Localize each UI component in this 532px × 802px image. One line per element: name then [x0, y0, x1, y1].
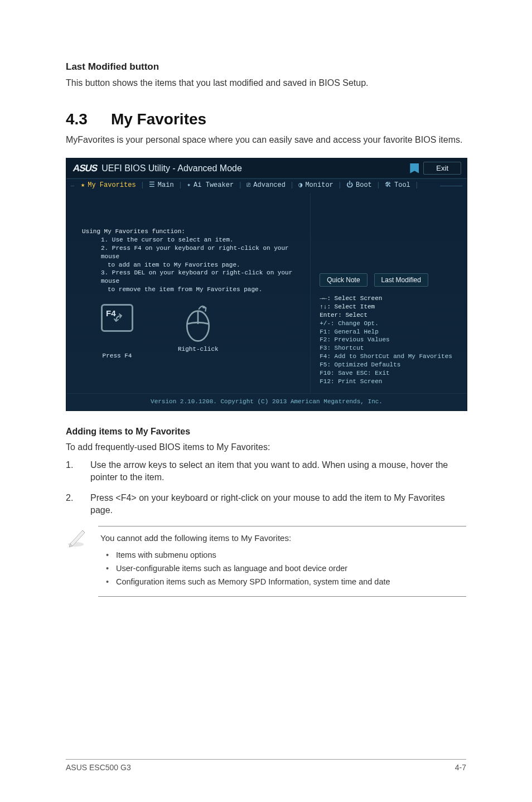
exit-button[interactable]: Exit — [423, 162, 461, 175]
tool-icon: 🛠 — [385, 182, 391, 189]
footer-page: 4-7 — [455, 763, 466, 772]
tweaker-icon: ✦ — [187, 182, 191, 189]
instruction-line: to remove the item from My Favorites pag… — [101, 286, 298, 294]
advanced-icon: ⎚ — [246, 182, 250, 189]
tab-my-favorites[interactable]: ★My Favorites — [76, 181, 141, 189]
bios-window: ASUS UEFI BIOS Utility - Advanced Mode E… — [66, 158, 467, 411]
bios-title: UEFI BIOS Utility - Advanced Mode — [101, 163, 242, 173]
tab-boot[interactable]: ⏻Boot — [342, 181, 376, 189]
asus-logo: ASUS — [72, 163, 98, 174]
steps-list: 1.Use the arrow keys to select an item t… — [66, 459, 466, 517]
tab-main[interactable]: ☰Main — [144, 181, 178, 189]
adding-intro: To add frequently-used BIOS items to My … — [66, 441, 466, 453]
step-item: 2.Press <F4> on your keyboard or right-c… — [66, 492, 466, 517]
note-block: You cannot add the following items to My… — [66, 526, 466, 597]
section-header: 4.3 My Favorites — [66, 110, 466, 128]
instruction-line: 1. Use the cursor to select an item. — [101, 236, 298, 244]
instructions-header: Using My Favorites function: — [82, 228, 298, 236]
bios-titlebar: ASUS UEFI BIOS Utility - Advanced Mode E… — [66, 158, 467, 178]
mouse-icon — [180, 304, 216, 343]
bios-right-pane: Quick Note Last Modified →←: Select Scre… — [311, 193, 467, 393]
instruction-line: to add an item to My Favorites page. — [101, 261, 298, 269]
footer-model: ASUS ESC500 G3 — [66, 763, 131, 772]
last-modified-body: This button shows the items that you las… — [66, 77, 466, 89]
section-number: 4.3 — [66, 110, 88, 128]
rightclick-caption: Right-click — [178, 345, 219, 354]
f4-key-icon: F4 — [101, 304, 133, 332]
note-list: Items with submenu options User-configur… — [100, 548, 464, 588]
note-item: Items with submenu options — [100, 548, 464, 562]
f4-caption: Press F4 — [103, 352, 132, 360]
quick-note-button[interactable]: Quick Note — [320, 273, 367, 287]
bios-version-footer: Version 2.10.1208. Copyright (C) 2013 Am… — [66, 393, 467, 410]
last-modified-heading: Last Modified button — [66, 61, 466, 73]
note-item: User-configurable items such as language… — [100, 562, 464, 575]
help-key-list: →←: Select Screen ↑↓: Select Item Enter:… — [320, 294, 459, 385]
list-icon: ☰ — [149, 182, 155, 189]
page-footer: ASUS ESC500 G3 4-7 — [66, 759, 466, 772]
section-title: My Favorites — [111, 110, 206, 128]
section-intro: MyFavorites is your personal space where… — [66, 134, 466, 146]
f4-key-illustration: F4 Press F4 — [101, 304, 133, 360]
note-lead: You cannot add the following items to My… — [100, 533, 464, 543]
tab-monitor[interactable]: ◑Monitor — [294, 181, 338, 189]
bios-menubar: ★My Favorites| ☰Main| ✦Ai Tweaker| ⎚Adva… — [66, 178, 467, 193]
tab-tool[interactable]: 🛠Tool — [380, 181, 415, 189]
note-item: Configuration items such as Memory SPD I… — [100, 575, 464, 588]
star-icon: ★ — [81, 182, 85, 189]
mouse-illustration: Right-click — [178, 304, 219, 354]
instruction-line: 3. Press DEL on your keyboard or right-c… — [101, 269, 298, 286]
step-item: 1.Use the arrow keys to select an item t… — [66, 459, 466, 484]
tab-ai-tweaker[interactable]: ✦Ai Tweaker — [182, 181, 238, 189]
last-modified-button[interactable]: Last Modified — [374, 273, 428, 287]
adding-heading: Adding items to My Favorites — [66, 427, 466, 437]
monitor-icon: ◑ — [298, 182, 302, 189]
power-icon: ⏻ — [346, 182, 353, 189]
bios-left-pane: Using My Favorites function: 1. Use the … — [66, 193, 311, 393]
note-pen-icon — [66, 526, 88, 550]
tab-advanced[interactable]: ⎚Advanced — [242, 181, 290, 189]
bookmark-icon[interactable] — [410, 163, 419, 173]
instruction-line: 2. Press F4 on your keyboard or right-cl… — [101, 244, 298, 261]
